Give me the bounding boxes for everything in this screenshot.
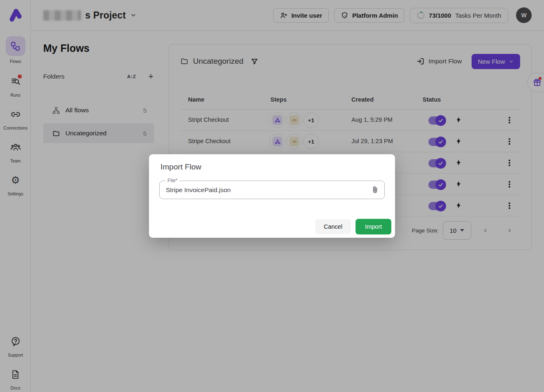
file-input-value: Stripe InvoicePaid.json [166, 181, 231, 199]
file-input[interactable]: File* Stripe InvoicePaid.json [159, 181, 385, 199]
attach-file-button[interactable] [371, 186, 379, 196]
paperclip-icon [371, 186, 379, 194]
import-flow-dialog: Import Flow File* Stripe InvoicePaid.jso… [149, 154, 395, 238]
app-root: Flows Runs Connections Team ⚙ Settings [0, 0, 544, 392]
import-button[interactable]: Import [356, 219, 391, 234]
dialog-actions: Cancel Import [315, 219, 391, 234]
dialog-title: Import Flow [160, 162, 201, 172]
cancel-button[interactable]: Cancel [315, 219, 351, 234]
